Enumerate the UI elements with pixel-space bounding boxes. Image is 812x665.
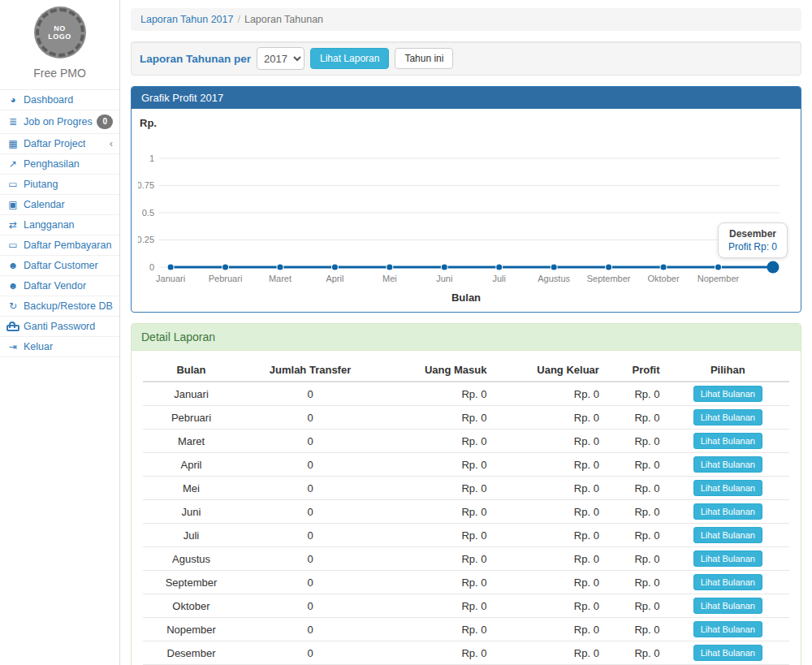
- lihat-bulanan-button[interactable]: Lihat Bulanan: [693, 503, 762, 520]
- cell-bulan: September: [143, 571, 240, 594]
- lihat-laporan-button[interactable]: Lihat Laporan: [310, 48, 389, 69]
- data-point[interactable]: [222, 264, 229, 270]
- sidebar-item-label: Daftar Pembayaran: [24, 240, 111, 251]
- main: Laporan Tahun 2017/Laporan Tahunan Lapor…: [120, 0, 812, 665]
- lihat-bulanan-button[interactable]: Lihat Bulanan: [693, 456, 762, 473]
- data-point[interactable]: [387, 264, 393, 270]
- lihat-bulanan-button[interactable]: Lihat Bulanan: [693, 598, 762, 614]
- lihat-bulanan-button[interactable]: Lihat Bulanan: [693, 433, 762, 449]
- sidebar-item-label: Backup/Restore DB: [24, 300, 113, 312]
- lihat-bulanan-button[interactable]: Lihat Bulanan: [693, 527, 762, 543]
- tooltip-title: Desember: [728, 228, 777, 240]
- cell-uang-masuk: Rp. 0: [381, 477, 493, 500]
- sidebar-item-label: Piutang: [24, 179, 58, 190]
- sidebar-item-daftar-pembayaran[interactable]: ▭Daftar Pembayaran: [0, 235, 119, 256]
- brand-name: Free PMO: [0, 67, 119, 80]
- sidebar-item-langganan[interactable]: ⇄Langganan: [0, 215, 119, 235]
- sidebar-item-calendar[interactable]: ▣Calendar: [0, 195, 119, 215]
- cell-uang-masuk: Rp. 0: [381, 453, 493, 477]
- line-chart-icon: ↗: [6, 158, 19, 170]
- breadcrumb-link[interactable]: Laporan Tahun 2017: [140, 14, 233, 25]
- profit-chart-panel: Grafik Profit 2017 Rp. 00.250.50.751Janu…: [131, 86, 801, 313]
- x-tick-label: September: [587, 274, 631, 283]
- year-select[interactable]: 2017: [257, 47, 304, 70]
- table-row: Desember0Rp. 0Rp. 0Rp. 0Lihat Bulanan: [143, 641, 789, 665]
- cell-profit: Rp. 0: [606, 594, 667, 618]
- cell-jumlah-transfer: 0: [240, 477, 381, 500]
- cell-uang-keluar: Rp. 0: [493, 641, 605, 665]
- data-point[interactable]: [606, 264, 612, 270]
- lihat-bulanan-button[interactable]: Lihat Bulanan: [693, 409, 762, 425]
- cell-profit: Rp. 0: [606, 618, 667, 641]
- refresh-icon: ↻: [6, 300, 19, 312]
- cell-profit: Rp. 0: [606, 382, 667, 406]
- sidebar-item-ganti-password[interactable]: Ganti Password: [0, 317, 119, 337]
- data-point-highlighted[interactable]: [767, 261, 779, 274]
- x-tick-label: Oktober: [647, 274, 680, 283]
- cell-pilihan: Lihat Bulanan: [667, 571, 789, 594]
- data-point[interactable]: [660, 264, 667, 270]
- sidebar-item-job-on-progress[interactable]: ≣Job on Progress0: [0, 110, 119, 134]
- chart-tooltip: Desember Profit Rp: 0: [718, 222, 788, 258]
- sidebar-item-label: Daftar Customer: [24, 260, 98, 271]
- cell-uang-masuk: Rp. 0: [381, 618, 493, 641]
- x-tick-label: Januari: [156, 274, 185, 283]
- breadcrumb-separator: /: [237, 14, 240, 25]
- cell-pilihan: Lihat Bulanan: [667, 524, 789, 547]
- sidebar-item-daftar-vendor[interactable]: ☻Daftar Vendor: [0, 276, 119, 296]
- count-badge: 0: [97, 114, 113, 129]
- tooltip-value: Profit Rp: 0: [728, 241, 777, 253]
- money-icon: ▭: [6, 179, 19, 190]
- data-point[interactable]: [496, 264, 503, 270]
- cell-jumlah-transfer: 0: [240, 571, 381, 594]
- lihat-bulanan-button[interactable]: Lihat Bulanan: [693, 480, 762, 496]
- cell-jumlah-transfer: 0: [240, 594, 381, 618]
- data-point[interactable]: [167, 264, 174, 270]
- table-row: April0Rp. 0Rp. 0Rp. 0Lihat Bulanan: [143, 453, 789, 477]
- tahun-ini-button[interactable]: Tahun ini: [395, 48, 453, 69]
- lihat-bulanan-button[interactable]: Lihat Bulanan: [693, 645, 762, 661]
- data-point[interactable]: [331, 264, 338, 270]
- profit-line-chart[interactable]: 00.250.50.751JanuariPebruariMaretAprilMe…: [138, 129, 794, 291]
- lihat-bulanan-button[interactable]: Lihat Bulanan: [693, 574, 762, 590]
- sidebar-item-label: Daftar Project: [24, 138, 85, 149]
- cell-bulan: Juni: [143, 500, 240, 524]
- sidebar-item-daftar-customer[interactable]: ☻Daftar Customer: [0, 256, 119, 276]
- table-row: Agustus0Rp. 0Rp. 0Rp. 0Lihat Bulanan: [143, 547, 789, 571]
- table-row: Juli0Rp. 0Rp. 0Rp. 0Lihat Bulanan: [143, 524, 789, 547]
- data-point[interactable]: [715, 264, 721, 270]
- y-axis-label: Rp.: [140, 117, 794, 129]
- sidebar-item-backup-restore-db[interactable]: ↻Backup/Restore DB: [0, 296, 119, 317]
- sidebar-item-dashboard[interactable]: ◕Dashboard: [0, 90, 119, 110]
- table-row: Pebruari0Rp. 0Rp. 0Rp. 0Lihat Bulanan: [143, 406, 789, 430]
- cell-uang-masuk: Rp. 0: [381, 406, 493, 430]
- cell-uang-masuk: Rp. 0: [381, 430, 493, 453]
- content: Laporan Tahun 2017/Laporan Tahunan Lapor…: [120, 0, 812, 665]
- sidebar-item-penghasilan[interactable]: ↗Penghasilan: [0, 154, 119, 175]
- cell-pilihan: Lihat Bulanan: [667, 382, 789, 406]
- table-row: Mei0Rp. 0Rp. 0Rp. 0Lihat Bulanan: [143, 477, 789, 500]
- sidebar-item-label: Ganti Password: [24, 321, 95, 332]
- cell-jumlah-transfer: 0: [240, 453, 381, 477]
- sidebar-item-daftar-project[interactable]: ▦Daftar Project‹: [0, 134, 119, 154]
- data-point[interactable]: [551, 264, 557, 270]
- data-point[interactable]: [441, 264, 447, 270]
- table-row: Oktober0Rp. 0Rp. 0Rp. 0Lihat Bulanan: [143, 594, 789, 618]
- cell-profit: Rp. 0: [606, 453, 667, 477]
- sidebar-item-piutang[interactable]: ▭Piutang: [0, 175, 119, 195]
- sidebar-item-label: Penghasilan: [24, 158, 80, 170]
- cell-bulan: Januari: [143, 382, 240, 406]
- table-row: Maret0Rp. 0Rp. 0Rp. 0Lihat Bulanan: [143, 430, 789, 453]
- cell-jumlah-transfer: 0: [240, 382, 381, 406]
- cell-bulan: Pebruari: [143, 406, 240, 430]
- column-header: Pilihan: [667, 359, 789, 382]
- lihat-bulanan-button[interactable]: Lihat Bulanan: [693, 551, 762, 567]
- data-point[interactable]: [277, 264, 283, 270]
- lihat-bulanan-button[interactable]: Lihat Bulanan: [693, 386, 762, 402]
- money-icon: ▭: [6, 240, 19, 251]
- lihat-bulanan-button[interactable]: Lihat Bulanan: [693, 621, 762, 637]
- report-table-wrap: BulanJumlah TransferUang MasukUang Kelua…: [132, 351, 801, 665]
- cell-profit: Rp. 0: [606, 641, 667, 665]
- sidebar-item-keluar[interactable]: ⇥Keluar: [0, 337, 119, 357]
- cell-uang-keluar: Rp. 0: [493, 500, 605, 524]
